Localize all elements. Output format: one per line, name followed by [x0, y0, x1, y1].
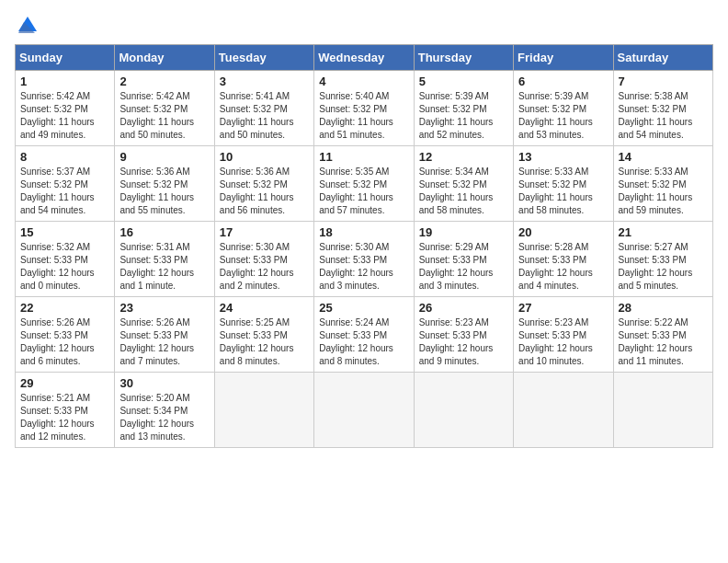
calendar-header-thursday: Thursday: [414, 45, 513, 71]
calendar-day-cell: 13Sunrise: 5:33 AMSunset: 5:32 PMDayligh…: [514, 146, 613, 222]
calendar-week-row: 15Sunrise: 5:32 AMSunset: 5:33 PMDayligh…: [16, 222, 713, 297]
day-number: 15: [20, 225, 109, 239]
day-number: 29: [20, 376, 109, 390]
calendar-day-cell: [613, 373, 712, 448]
calendar-day-cell: 27Sunrise: 5:23 AMSunset: 5:33 PMDayligh…: [514, 297, 613, 373]
day-info: Sunrise: 5:30 AMSunset: 5:33 PMDaylight:…: [220, 241, 309, 293]
calendar-day-cell: 28Sunrise: 5:22 AMSunset: 5:33 PMDayligh…: [613, 297, 712, 373]
day-info: Sunrise: 5:42 AMSunset: 5:32 PMDaylight:…: [119, 90, 209, 142]
day-info: Sunrise: 5:42 AMSunset: 5:32 PMDaylight:…: [20, 90, 109, 142]
calendar-table: SundayMondayTuesdayWednesdayThursdayFrid…: [15, 44, 713, 448]
day-info: Sunrise: 5:37 AMSunset: 5:32 PMDaylight:…: [20, 166, 109, 217]
calendar-day-cell: 22Sunrise: 5:26 AMSunset: 5:33 PMDayligh…: [16, 297, 115, 373]
day-info: Sunrise: 5:29 AMSunset: 5:33 PMDaylight:…: [419, 241, 508, 293]
calendar-day-cell: [414, 373, 513, 448]
day-number: 4: [319, 75, 408, 88]
calendar-day-cell: 25Sunrise: 5:24 AMSunset: 5:33 PMDayligh…: [314, 297, 414, 373]
calendar-day-cell: 17Sunrise: 5:30 AMSunset: 5:33 PMDayligh…: [214, 222, 313, 297]
day-number: 3: [220, 75, 309, 88]
day-number: 21: [619, 225, 708, 239]
day-number: 8: [20, 150, 109, 164]
calendar-day-cell: 20Sunrise: 5:28 AMSunset: 5:33 PMDayligh…: [514, 222, 613, 297]
day-info: Sunrise: 5:38 AMSunset: 5:32 PMDaylight:…: [619, 90, 708, 142]
calendar-day-cell: 23Sunrise: 5:26 AMSunset: 5:33 PMDayligh…: [115, 297, 214, 373]
calendar-week-row: 1Sunrise: 5:42 AMSunset: 5:32 PMDaylight…: [16, 71, 713, 146]
day-info: Sunrise: 5:24 AMSunset: 5:33 PMDaylight:…: [319, 316, 408, 368]
day-number: 26: [419, 301, 508, 315]
calendar-header-row: SundayMondayTuesdayWednesdayThursdayFrid…: [16, 45, 713, 71]
day-info: Sunrise: 5:30 AMSunset: 5:33 PMDaylight:…: [319, 241, 408, 293]
day-number: 11: [319, 150, 408, 164]
calendar-day-cell: 1Sunrise: 5:42 AMSunset: 5:32 PMDaylight…: [16, 71, 115, 146]
calendar-day-cell: [514, 373, 613, 448]
day-number: 30: [119, 376, 209, 390]
logo: [15, 15, 40, 37]
calendar-day-cell: 30Sunrise: 5:20 AMSunset: 5:34 PMDayligh…: [115, 373, 214, 448]
day-info: Sunrise: 5:23 AMSunset: 5:33 PMDaylight:…: [518, 316, 608, 368]
calendar-day-cell: 6Sunrise: 5:39 AMSunset: 5:32 PMDaylight…: [514, 71, 613, 146]
day-info: Sunrise: 5:22 AMSunset: 5:33 PMDaylight:…: [619, 316, 708, 368]
calendar-day-cell: 5Sunrise: 5:39 AMSunset: 5:32 PMDaylight…: [414, 71, 513, 146]
day-info: Sunrise: 5:27 AMSunset: 5:33 PMDaylight:…: [619, 241, 708, 293]
day-info: Sunrise: 5:41 AMSunset: 5:32 PMDaylight:…: [220, 90, 309, 142]
day-number: 22: [20, 301, 109, 315]
day-number: 23: [119, 301, 209, 315]
day-info: Sunrise: 5:40 AMSunset: 5:32 PMDaylight:…: [319, 90, 408, 142]
page-header: [15, 15, 713, 37]
day-number: 28: [619, 301, 708, 315]
calendar-day-cell: 14Sunrise: 5:33 AMSunset: 5:32 PMDayligh…: [613, 146, 712, 222]
day-info: Sunrise: 5:39 AMSunset: 5:32 PMDaylight:…: [419, 90, 508, 142]
calendar-day-cell: 10Sunrise: 5:36 AMSunset: 5:32 PMDayligh…: [214, 146, 313, 222]
day-number: 20: [518, 225, 608, 239]
day-number: 25: [319, 301, 408, 315]
calendar-header-monday: Monday: [115, 45, 214, 71]
day-number: 7: [619, 75, 708, 88]
day-info: Sunrise: 5:31 AMSunset: 5:33 PMDaylight:…: [119, 241, 209, 293]
day-number: 6: [518, 75, 608, 88]
calendar-day-cell: [214, 373, 313, 448]
calendar-day-cell: 15Sunrise: 5:32 AMSunset: 5:33 PMDayligh…: [16, 222, 115, 297]
calendar-day-cell: [314, 373, 414, 448]
calendar-header-tuesday: Tuesday: [214, 45, 313, 71]
day-info: Sunrise: 5:33 AMSunset: 5:32 PMDaylight:…: [619, 166, 708, 217]
day-info: Sunrise: 5:23 AMSunset: 5:33 PMDaylight:…: [419, 316, 508, 368]
day-number: 16: [119, 225, 209, 239]
day-number: 12: [419, 150, 508, 164]
calendar-week-row: 29Sunrise: 5:21 AMSunset: 5:33 PMDayligh…: [16, 373, 713, 448]
calendar-day-cell: 4Sunrise: 5:40 AMSunset: 5:32 PMDaylight…: [314, 71, 414, 146]
calendar-day-cell: 26Sunrise: 5:23 AMSunset: 5:33 PMDayligh…: [414, 297, 513, 373]
calendar-header-saturday: Saturday: [613, 45, 712, 71]
day-info: Sunrise: 5:26 AMSunset: 5:33 PMDaylight:…: [119, 316, 209, 368]
day-info: Sunrise: 5:26 AMSunset: 5:33 PMDaylight:…: [20, 316, 109, 368]
day-number: 19: [419, 225, 508, 239]
day-number: 14: [619, 150, 708, 164]
day-info: Sunrise: 5:33 AMSunset: 5:32 PMDaylight:…: [518, 166, 608, 217]
calendar-day-cell: 8Sunrise: 5:37 AMSunset: 5:32 PMDaylight…: [16, 146, 115, 222]
day-number: 10: [220, 150, 309, 164]
calendar-week-row: 22Sunrise: 5:26 AMSunset: 5:33 PMDayligh…: [16, 297, 713, 373]
calendar-day-cell: 18Sunrise: 5:30 AMSunset: 5:33 PMDayligh…: [314, 222, 414, 297]
calendar-day-cell: 3Sunrise: 5:41 AMSunset: 5:32 PMDaylight…: [214, 71, 313, 146]
calendar-header-friday: Friday: [514, 45, 613, 71]
calendar-header-sunday: Sunday: [16, 45, 115, 71]
day-number: 27: [518, 301, 608, 315]
day-number: 13: [518, 150, 608, 164]
calendar-day-cell: 19Sunrise: 5:29 AMSunset: 5:33 PMDayligh…: [414, 222, 513, 297]
calendar-week-row: 8Sunrise: 5:37 AMSunset: 5:32 PMDaylight…: [16, 146, 713, 222]
calendar-day-cell: 21Sunrise: 5:27 AMSunset: 5:33 PMDayligh…: [613, 222, 712, 297]
calendar-day-cell: 24Sunrise: 5:25 AMSunset: 5:33 PMDayligh…: [214, 297, 313, 373]
day-number: 2: [119, 75, 209, 88]
day-number: 17: [220, 225, 309, 239]
calendar-day-cell: 7Sunrise: 5:38 AMSunset: 5:32 PMDaylight…: [613, 71, 712, 146]
day-info: Sunrise: 5:35 AMSunset: 5:32 PMDaylight:…: [319, 166, 408, 217]
day-info: Sunrise: 5:39 AMSunset: 5:32 PMDaylight:…: [518, 90, 608, 142]
day-info: Sunrise: 5:20 AMSunset: 5:34 PMDaylight:…: [119, 392, 209, 443]
day-number: 9: [119, 150, 209, 164]
day-info: Sunrise: 5:34 AMSunset: 5:32 PMDaylight:…: [419, 166, 508, 217]
calendar-day-cell: 16Sunrise: 5:31 AMSunset: 5:33 PMDayligh…: [115, 222, 214, 297]
day-info: Sunrise: 5:25 AMSunset: 5:33 PMDaylight:…: [220, 316, 309, 368]
day-number: 18: [319, 225, 408, 239]
day-info: Sunrise: 5:36 AMSunset: 5:32 PMDaylight:…: [220, 166, 309, 217]
calendar-day-cell: 2Sunrise: 5:42 AMSunset: 5:32 PMDaylight…: [115, 71, 214, 146]
day-number: 5: [419, 75, 508, 88]
